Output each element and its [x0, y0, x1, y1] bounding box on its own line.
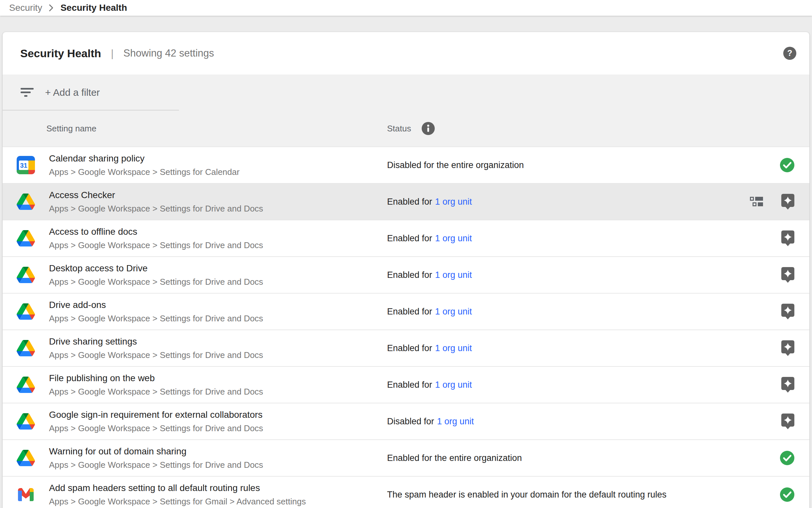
filter-and-header-band: + Add a filter Setting name Status [3, 75, 809, 146]
table-row[interactable]: Access to offline docsApps > Google Work… [3, 220, 809, 256]
setting-path: Apps > Google Workspace > Settings for D… [49, 423, 387, 433]
table-row[interactable]: Google sign-in requirement for external … [3, 403, 809, 439]
drive-icon [3, 330, 49, 366]
status-text: Disabled for [387, 417, 434, 427]
row-actions [724, 294, 809, 330]
filter-icon [20, 88, 34, 97]
add-filter-button[interactable]: + Add a filter [45, 87, 100, 98]
help-icon[interactable]: ? [783, 47, 796, 60]
org-unit-link[interactable]: 1 org unit [435, 234, 472, 244]
filter-bar: + Add a filter [3, 75, 809, 111]
setting-path: Apps > Google Workspace > Settings for D… [49, 313, 387, 323]
setting-cell: Access to offline docsApps > Google Work… [49, 220, 387, 256]
status-cell: The spam header is enabled in your domai… [387, 477, 724, 508]
setting-name: Calendar sharing policy [49, 153, 387, 164]
column-header-setting-name: Setting name [46, 124, 96, 134]
recommendation-badge-icon[interactable] [781, 304, 794, 320]
setting-name: Google sign-in requirement for external … [49, 410, 387, 420]
org-unit-link[interactable]: 1 org unit [435, 270, 472, 280]
breadcrumb-security-link[interactable]: Security [9, 3, 42, 13]
check-circle-icon [780, 488, 794, 502]
setting-name: Access to offline docs [49, 226, 387, 237]
setting-cell: Access CheckerApps > Google Workspace > … [49, 184, 387, 220]
status-text: Enabled for [387, 307, 432, 317]
drive-icon [3, 257, 49, 293]
rule-icon[interactable] [750, 197, 763, 207]
status-cell: Enabled for1 org unit [387, 367, 724, 403]
org-unit-link[interactable]: 1 org unit [435, 343, 472, 353]
row-actions [724, 184, 809, 220]
svg-text:?: ? [787, 48, 792, 57]
setting-name: Access Checker [49, 190, 387, 200]
status-cell: Enabled for1 org unit [387, 330, 724, 366]
status-text: Enabled for [387, 380, 432, 390]
info-icon[interactable] [422, 122, 435, 135]
drive-icon [3, 367, 49, 403]
settings-table-body: 31Calendar sharing policyApps > Google W… [3, 146, 809, 508]
status-text: Enabled for [387, 234, 432, 244]
setting-path: Apps > Google Workspace > Settings for D… [49, 277, 387, 287]
table-row[interactable]: Warning for out of domain sharingApps > … [3, 439, 809, 476]
setting-path: Apps > Google Workspace > Settings for D… [49, 240, 387, 250]
table-row[interactable]: Desktop access to DriveApps > Google Wor… [3, 256, 809, 293]
table-row[interactable]: Drive sharing settingsApps > Google Work… [3, 330, 809, 366]
row-actions [724, 440, 809, 476]
setting-name: Desktop access to Drive [49, 263, 387, 273]
table-row[interactable]: Drive add-onsApps > Google Workspace > S… [3, 293, 809, 330]
drive-icon [3, 404, 49, 439]
status-text: Disabled for the entire organization [387, 160, 524, 170]
status-cell: Enabled for1 org unit [387, 294, 724, 330]
row-actions [724, 330, 809, 366]
drive-icon [3, 220, 49, 256]
org-unit-link[interactable]: 1 org unit [435, 197, 472, 207]
check-circle-icon [780, 451, 794, 465]
org-unit-link[interactable]: 1 org unit [437, 417, 474, 427]
row-actions [724, 477, 809, 508]
drive-icon [3, 294, 49, 330]
setting-path: Apps > Google Workspace > Settings for D… [49, 350, 387, 360]
setting-cell: Warning for out of domain sharingApps > … [49, 440, 387, 476]
setting-cell: Google sign-in requirement for external … [49, 404, 387, 439]
page-title: Security Health [20, 47, 101, 60]
breadcrumb: Security Security Health [0, 0, 812, 16]
table-header-row: Setting name Status [3, 111, 809, 146]
security-health-card: Security Health | Showing 42 settings ? … [3, 32, 809, 508]
status-cell: Enabled for1 org unit [387, 257, 724, 293]
setting-name: Drive sharing settings [49, 336, 387, 347]
table-row[interactable]: Add spam headers setting to all default … [3, 476, 809, 508]
status-text: Enabled for [387, 343, 432, 353]
gmail-icon [3, 477, 49, 508]
recommendation-badge-icon[interactable] [781, 230, 794, 246]
setting-path: Apps > Google Workspace > Settings for D… [49, 387, 387, 396]
setting-cell: Drive sharing settingsApps > Google Work… [49, 330, 387, 366]
recommendation-badge-icon[interactable] [781, 340, 794, 356]
setting-cell: Calendar sharing policyApps > Google Wor… [49, 147, 387, 183]
card-header: Security Health | Showing 42 settings ? [3, 32, 809, 75]
drive-icon [3, 184, 49, 220]
org-unit-link[interactable]: 1 org unit [435, 307, 472, 317]
svg-text:31: 31 [20, 162, 27, 169]
setting-path: Apps > Google Workspace > Settings for G… [49, 497, 387, 506]
setting-path: Apps > Google Workspace > Settings for C… [49, 167, 387, 177]
drive-icon [3, 440, 49, 476]
breadcrumb-current: Security Health [60, 3, 127, 13]
table-row[interactable]: Access CheckerApps > Google Workspace > … [3, 183, 809, 220]
row-actions [724, 367, 809, 403]
table-row[interactable]: File publishing on the webApps > Google … [3, 366, 809, 403]
calendar-icon: 31 [3, 147, 49, 183]
recommendation-badge-icon[interactable] [781, 377, 794, 393]
org-unit-link[interactable]: 1 org unit [435, 380, 472, 390]
table-row[interactable]: 31Calendar sharing policyApps > Google W… [3, 146, 809, 183]
setting-name: Drive add-ons [49, 300, 387, 310]
status-text: The spam header is enabled in your domai… [387, 490, 667, 500]
recommendation-badge-icon[interactable] [781, 194, 794, 210]
status-cell: Disabled for the entire organization [387, 147, 724, 183]
row-actions [724, 257, 809, 293]
recommendation-badge-icon[interactable] [781, 267, 794, 283]
row-actions [724, 404, 809, 439]
setting-name: Warning for out of domain sharing [49, 446, 387, 457]
row-actions [724, 220, 809, 256]
recommendation-badge-icon[interactable] [781, 414, 794, 429]
title-divider: | [111, 47, 114, 59]
setting-name: File publishing on the web [49, 373, 387, 383]
